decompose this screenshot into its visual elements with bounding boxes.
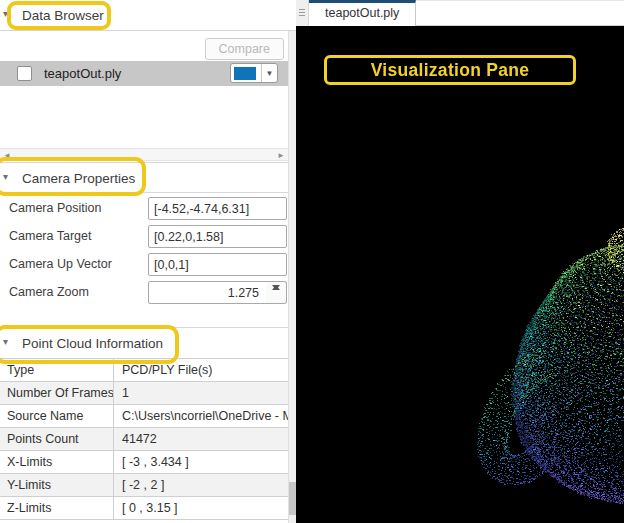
app-window: ▾ Data Browser Compare teapotOut.ply ▼ ◄… [0,0,624,523]
row-label: Points Count [0,428,114,450]
scrollbar-thumb[interactable] [289,482,296,515]
camera-target-input[interactable] [148,225,287,248]
annotation-label: Visualization Pane [371,60,530,81]
color-swatch-dropdown[interactable]: ▼ [230,63,278,83]
camera-properties-header[interactable]: ▾ Camera Properties [0,162,288,193]
document-tab-bar: teapotOut.ply [296,0,624,26]
camera-properties-fields: Camera Position Camera Target Camera Up … [0,196,288,308]
table-row: Points Count 41472 [0,428,288,451]
point-cloud-information-header[interactable]: ▾ Point Cloud Information [0,327,288,358]
camera-position-input[interactable] [148,197,287,220]
compare-button[interactable]: Compare [205,38,284,60]
tab-strip-empty [416,0,624,26]
camera-position-row: Camera Position [0,196,288,224]
table-row: Number Of Frames 1 [0,382,288,405]
tab-grip-icon[interactable] [296,0,309,26]
row-label: Number Of Frames [0,382,114,404]
collapse-chevron-icon[interactable]: ▾ [3,336,8,347]
section-title: Camera Properties [22,171,135,186]
field-label: Camera Zoom [9,285,89,299]
panel-title: Data Browser [22,8,104,23]
row-label: Y-Limits [0,474,114,496]
row-label: X-Limits [0,451,114,473]
point-cloud-render[interactable] [296,26,624,523]
point-cloud-info-table: Type PCD/PLY File(s) Number Of Frames 1 … [0,358,288,520]
row-value: C:\Users\ncorriel\OneDrive - Ma [114,405,288,427]
row-value: PCD/PLY File(s) [114,359,288,381]
file-checkbox[interactable] [17,66,32,81]
camera-zoom-stepper [266,281,287,304]
visualization-region: teapotOut.ply Visualization Pane [296,0,624,523]
arrow-down-icon [272,285,280,290]
row-label: Type [0,359,114,381]
collapse-chevron-icon[interactable]: ▾ [3,171,8,182]
chevron-down-icon: ▼ [262,69,277,78]
row-value: [ -3 , 3.434 ] [114,451,288,473]
scroll-right-icon[interactable]: ► [277,150,285,161]
field-label: Camera Target [9,229,91,243]
table-row: Type PCD/PLY File(s) [0,359,288,382]
table-row: X-Limits [ -3 , 3.434 ] [0,451,288,474]
color-swatch [234,67,256,80]
data-browser-header: ▾ Data Browser [0,0,296,31]
row-label: Source Name [0,405,114,427]
table-row: Source Name C:\Users\ncorriel\OneDrive -… [0,405,288,428]
collapse-chevron-icon[interactable]: ▾ [3,8,8,19]
grip-lines-icon [299,9,305,10]
table-row: Y-Limits [ -2 , 2 ] [0,474,288,497]
table-row: Z-Limits [ 0 , 3.15 ] [0,497,288,520]
vertical-scrollbar[interactable] [288,31,296,523]
row-value: 1 [114,382,288,404]
field-label: Camera Up Vector [9,257,112,271]
horizontal-scrollbar[interactable]: ◄ ► [0,148,288,161]
camera-up-vector-row: Camera Up Vector [0,252,288,280]
visualization-pane-annotation: Visualization Pane [324,55,576,85]
camera-zoom-row: Camera Zoom [0,280,288,308]
data-browser-panel: ▾ Data Browser Compare teapotOut.ply ▼ ◄… [0,0,296,523]
tab-teapotout-ply[interactable]: teapotOut.ply [309,0,416,26]
row-label: Z-Limits [0,497,114,519]
camera-up-vector-input[interactable] [148,253,287,276]
field-label: Camera Position [9,201,101,215]
file-name-label: teapotOut.ply [44,66,121,81]
row-value: 41472 [114,428,288,450]
camera-zoom-input[interactable] [148,281,267,304]
section-title: Point Cloud Information [22,336,163,351]
camera-target-row: Camera Target [0,224,288,252]
row-value: [ 0 , 3.15 ] [114,497,288,519]
row-value: [ -2 , 2 ] [114,474,288,496]
scroll-left-icon[interactable]: ◄ [3,150,11,161]
file-list-item[interactable]: teapotOut.ply ▼ [0,61,288,86]
